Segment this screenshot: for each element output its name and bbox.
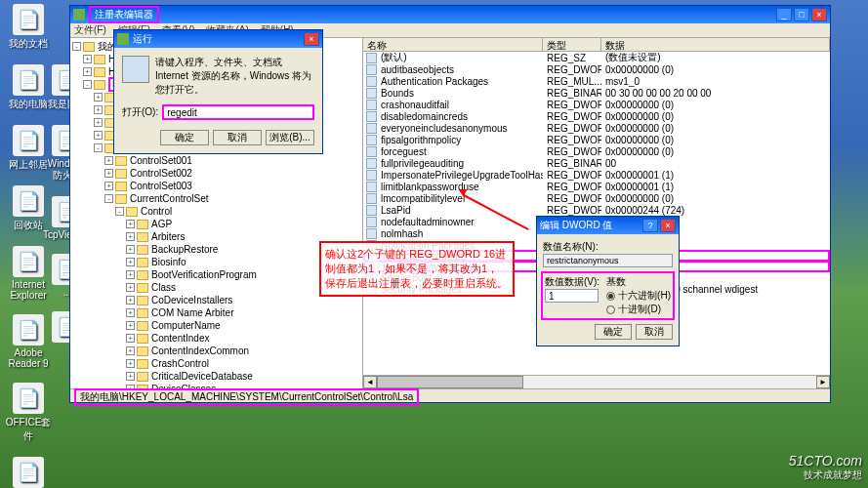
regedit-titlebar[interactable]: 注册表编辑器 _ □ × (70, 6, 830, 23)
tree-node[interactable]: +COM Name Arbiter (72, 306, 360, 319)
edit-cancel-button[interactable]: 取消 (636, 324, 673, 340)
tree-node[interactable]: +Biosinfo (72, 256, 360, 268)
tree-toggle-icon[interactable]: + (104, 169, 113, 178)
tree-toggle-icon[interactable]: - (104, 194, 113, 203)
desktop-icon-image: 📄 (13, 383, 44, 414)
run-close-button[interactable]: × (304, 32, 319, 46)
scroll-left-arrow[interactable]: ◄ (363, 376, 377, 388)
edit-name-input[interactable] (543, 254, 673, 267)
tree-toggle-icon[interactable]: - (72, 42, 81, 51)
value-row[interactable]: lmcompatibilitylevel REG_DWORD 0x0000000… (363, 192, 830, 204)
tree-toggle-icon[interactable]: + (126, 308, 135, 317)
edit-help-button[interactable]: ? (642, 219, 658, 232)
tree-node[interactable]: +ContentIndex (72, 332, 360, 345)
tree-toggle-icon[interactable]: - (83, 80, 92, 89)
value-row[interactable]: fipsalgorithmpolicy REG_DWORD 0x00000000… (363, 134, 830, 145)
desktop-icon[interactable]: 📄OFFICE套件 (4, 383, 53, 443)
tree-toggle-icon[interactable]: + (94, 131, 103, 140)
tree-toggle-icon[interactable]: + (94, 118, 103, 127)
col-type[interactable]: 类型 (543, 38, 601, 51)
tree-toggle-icon[interactable]: + (126, 283, 135, 292)
tree-toggle-icon[interactable]: + (126, 321, 135, 330)
run-cancel-button[interactable]: 取消 (213, 130, 262, 145)
value-row[interactable]: Authentication Packages REG_MUL... msv1_… (363, 75, 830, 87)
value-row[interactable]: ImpersonatePrivilegeUpgradeToolHasRun RE… (363, 169, 830, 181)
tree-toggle-icon[interactable]: + (126, 334, 135, 343)
run-ok-button[interactable]: 确定 (160, 130, 209, 145)
tree-node[interactable]: +CriticalDeviceDatabase (72, 370, 360, 383)
tree-toggle-icon[interactable]: + (126, 220, 135, 228)
value-row[interactable]: limitblankpassworduse REG_DWORD 0x000000… (363, 181, 830, 192)
radio-dec-row[interactable]: 十进制(D) (606, 303, 671, 316)
radio-hex[interactable] (606, 292, 615, 301)
tree-toggle-icon[interactable]: + (126, 296, 135, 305)
tree-node[interactable]: -CurrentControlSet (72, 192, 360, 205)
tree-toggle-icon[interactable]: + (126, 258, 135, 266)
tree-node[interactable]: +AGP (72, 218, 360, 230)
tree-toggle-icon[interactable]: + (94, 105, 103, 114)
run-titlebar[interactable]: 运行 × (114, 30, 322, 48)
edit-data-input[interactable] (545, 289, 599, 303)
tree-toggle-icon[interactable]: - (115, 207, 124, 216)
tree-node[interactable]: +Arbiters (72, 230, 360, 243)
folder-icon (94, 67, 105, 77)
tree-node[interactable]: +Class (72, 281, 360, 294)
value-name: everyoneincludesanonymous (377, 123, 543, 134)
minimize-button[interactable]: _ (776, 8, 792, 21)
value-row[interactable]: disabledomaincreds REG_DWORD 0x00000000 … (363, 110, 830, 122)
menu-item[interactable]: 文件(F) (74, 23, 106, 37)
tree-toggle-icon[interactable]: + (94, 93, 103, 102)
value-row[interactable]: LsaPid REG_DWORD 0x00000244 (724) (363, 204, 830, 216)
tree-node[interactable]: +BackupRestore (72, 243, 360, 256)
edit-close-button[interactable]: × (660, 219, 676, 232)
tree-node[interactable]: +ControlSet002 (72, 167, 360, 180)
tree-node[interactable]: +ContentIndexCommon (72, 345, 360, 357)
value-row[interactable]: Bounds REG_BINARY 00 30 00 00 00 20 00 0… (363, 87, 830, 99)
run-browse-button[interactable]: 浏览(B)... (266, 130, 314, 145)
value-row[interactable]: auditbaseobjects REG_DWORD 0x00000000 (0… (363, 63, 830, 75)
tree-toggle-icon[interactable]: + (104, 182, 113, 190)
col-name[interactable]: 名称 (363, 38, 543, 51)
tree-node[interactable]: +CrashControl (72, 357, 360, 370)
value-row[interactable]: fullprivilegeauditing REG_BINARY 00 (363, 157, 830, 169)
tree-toggle-icon[interactable]: + (126, 372, 135, 381)
value-name: LsaPid (377, 205, 543, 216)
tree-node[interactable]: +ControlSet001 (72, 154, 360, 167)
tree-node[interactable]: +CoDeviceInstallers (72, 294, 360, 306)
tree-toggle-icon[interactable]: + (126, 232, 135, 241)
desktop-icon[interactable]: 📄我的文档 (4, 4, 53, 51)
tree-node[interactable]: +BootVerificationProgram (72, 268, 360, 281)
tree-toggle-icon[interactable]: + (126, 245, 135, 254)
col-data[interactable]: 数据 (601, 38, 830, 51)
tree-node[interactable]: +ControlSet003 (72, 180, 360, 192)
radio-dec[interactable] (606, 305, 615, 314)
scroll-right-arrow[interactable]: ► (816, 376, 830, 388)
desktop-icon[interactable]: 📄Google (4, 457, 53, 488)
tree-toggle-icon[interactable]: - (94, 143, 103, 152)
value-row[interactable]: forceguest REG_DWORD 0x00000000 (0) (363, 145, 830, 157)
value-name: Authentication Packages (377, 76, 543, 87)
value-row[interactable]: crashonauditfail REG_DWORD 0x00000000 (0… (363, 99, 830, 110)
value-row[interactable]: (默认) REG_SZ (数值未设置) (363, 52, 830, 63)
tree-toggle-icon[interactable]: + (83, 67, 92, 76)
tree-node[interactable]: +ComputerName (72, 319, 360, 332)
folder-icon (137, 346, 148, 356)
tree-node[interactable]: +DeviceClasses (72, 383, 360, 388)
tree-node[interactable]: -Control (72, 205, 360, 218)
tree-label: Class (151, 282, 176, 293)
tree-toggle-icon[interactable]: + (126, 385, 135, 388)
radio-hex-row[interactable]: 十六进制(H) (606, 289, 671, 303)
tree-toggle-icon[interactable]: + (83, 55, 92, 63)
tree-toggle-icon[interactable]: + (126, 346, 135, 355)
edit-ok-button[interactable]: 确定 (595, 324, 632, 340)
run-open-input[interactable] (162, 104, 314, 120)
tree-toggle-icon[interactable]: + (104, 156, 113, 165)
edit-titlebar[interactable]: 编辑 DWORD 值 ? × (537, 217, 679, 234)
tree-toggle-icon[interactable]: + (126, 270, 135, 279)
scroll-thumb[interactable] (377, 376, 523, 388)
value-row[interactable]: everyoneincludesanonymous REG_DWORD 0x00… (363, 122, 830, 134)
maximize-button[interactable]: □ (794, 8, 809, 21)
close-button[interactable]: × (811, 8, 827, 21)
horizontal-scrollbar[interactable]: ◄ ► (363, 375, 830, 388)
tree-toggle-icon[interactable]: + (126, 359, 135, 368)
